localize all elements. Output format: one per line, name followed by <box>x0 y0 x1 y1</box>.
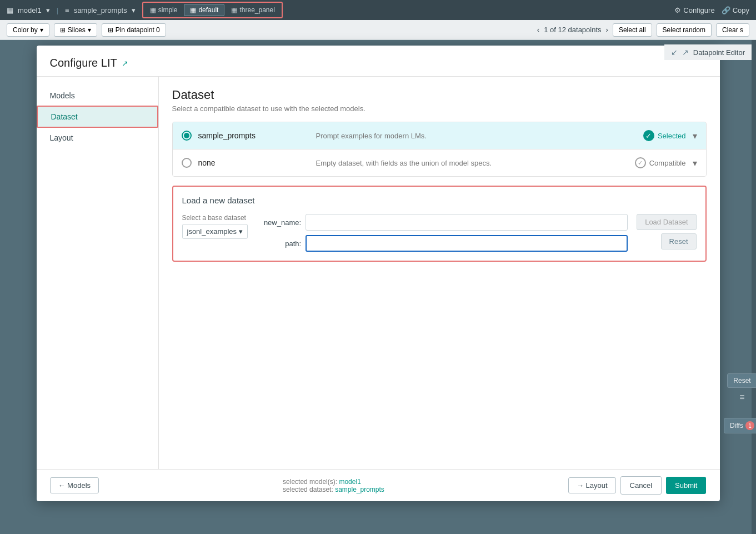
cancel-button[interactable]: Cancel <box>620 476 662 495</box>
minimize-icon[interactable]: ↙ <box>671 48 678 57</box>
tab-default[interactable]: ▦ default <box>184 4 224 16</box>
next-icon[interactable]: › <box>606 26 608 34</box>
field-label-newname: new_name: <box>257 218 301 227</box>
tab-simple[interactable]: ▦ simple <box>144 4 183 16</box>
main-area: ↙ ↗ Datapoint Editor Configure LIT ↗ Mod… <box>0 40 756 534</box>
dropdown-arrow-icon: ▾ <box>239 227 243 236</box>
modal-header: Configure LIT ↗ <box>37 46 720 77</box>
gear-icon: ⚙ <box>674 6 681 14</box>
pin-label: Pin datapoint 0 <box>116 26 160 34</box>
sidebar-item-dataset[interactable]: Dataset <box>37 106 158 128</box>
fields-col: new_name: path: <box>257 214 628 252</box>
base-dataset-value: jsonl_examples <box>187 227 237 236</box>
field-row-newname: new_name: <box>257 214 628 231</box>
second-bar: Color by ▾ ⊞ Slices ▾ ⊞ Pin datapoint 0 … <box>0 20 756 40</box>
prev-models-button[interactable]: ← Models <box>50 477 99 493</box>
path-input[interactable] <box>306 235 628 252</box>
sidebar-item-models[interactable]: Models <box>37 86 158 106</box>
slices-button[interactable]: ⊞ Slices ▾ <box>54 23 97 37</box>
grid-icon-sm: ▦ <box>150 6 156 14</box>
color-dropdown-icon: ▾ <box>40 26 43 34</box>
configure-modal: Configure LIT ↗ Models Dataset Layout <box>37 46 720 501</box>
next-layout-button[interactable]: → Layout <box>568 477 616 493</box>
slices-dropdown-icon: ▾ <box>88 26 91 34</box>
dataset-desc-sample-prompts: Prompt examples for modern LMs. <box>316 132 637 140</box>
tab-simple-label: simple <box>158 6 178 14</box>
hamburger-menu[interactable]: ≡ <box>739 392 744 402</box>
list-icon: ≡ <box>65 6 69 14</box>
separator: | <box>57 6 58 14</box>
check-icon: ✓ <box>643 130 654 141</box>
radio-none[interactable] <box>182 158 192 168</box>
base-dataset-select[interactable]: jsonl_examples ▾ <box>182 224 248 239</box>
dataset-name-none: none <box>198 158 309 167</box>
expand-row2-icon[interactable]: ▾ <box>693 158 697 168</box>
configure-link[interactable]: ⚙ Configure <box>674 6 714 14</box>
right-panel-controls: Reset ≡ Diffs 1 <box>728 40 756 433</box>
selected-dataset-label: selected dataset: <box>283 486 333 493</box>
model-dropdown-icon[interactable]: ▾ <box>46 6 50 14</box>
datapoint-editor-label: Datapoint Editor <box>693 48 745 57</box>
field-row-path: path: <box>257 235 628 252</box>
footer-info: selected model(s): model1 selected datas… <box>283 478 384 493</box>
select-all-button[interactable]: Select all <box>613 23 652 37</box>
prompts-label[interactable]: sample_prompts <box>74 6 127 14</box>
dataset-desc-none: Empty dataset, with fields as the union … <box>316 159 628 167</box>
status-badge-selected: ✓ Selected <box>643 130 686 141</box>
field-label-path: path: <box>257 239 301 248</box>
action-col: Load Dataset Reset <box>637 214 696 249</box>
slices-icon: ⊞ <box>60 26 66 34</box>
submit-button[interactable]: Submit <box>666 477 706 494</box>
grid-icon-sm3: ▦ <box>231 6 237 14</box>
compatible-label: Compatible <box>649 159 686 167</box>
base-dataset-col: Select a base dataset jsonl_examples ▾ <box>182 214 248 239</box>
sidebar-item-layout[interactable]: Layout <box>37 128 158 148</box>
datapoint-editor-panel: ↙ ↗ Datapoint Editor <box>664 44 752 60</box>
modal-overlay: Configure LIT ↗ Models Dataset Layout <box>0 40 756 534</box>
pin-icon: ⊞ <box>108 26 113 34</box>
selected-dataset-link[interactable]: sample_prompts <box>335 486 384 493</box>
section-header: Dataset Select a compatible dataset to u… <box>172 88 707 113</box>
model-label[interactable]: model1 <box>18 6 42 14</box>
external-link-icon[interactable]: ↗ <box>122 59 128 68</box>
modal-sidebar: Models Dataset Layout <box>37 77 159 469</box>
diffs-badge: 1 <box>745 421 754 430</box>
expand-icon[interactable]: ↗ <box>682 48 689 57</box>
dataset-name-sample-prompts: sample_prompts <box>198 131 309 140</box>
spacer <box>172 271 707 458</box>
link-icon: 🔗 <box>722 6 730 14</box>
footer-actions: → Layout Cancel Submit <box>568 476 707 495</box>
reset-right-button[interactable]: Reset <box>727 373 756 388</box>
selected-label: Selected <box>658 132 686 140</box>
tab-default-label: default <box>198 6 218 14</box>
reset-load-button[interactable]: Reset <box>661 233 697 249</box>
top-bar: ▦ model1 ▾ | ≡ sample_prompts ▾ ▦ simple… <box>0 0 756 20</box>
dataset-row-sample-prompts[interactable]: sample_prompts Prompt examples for moder… <box>173 122 706 149</box>
select-random-button[interactable]: Select random <box>657 23 712 37</box>
load-dataset-title: Load a new dataset <box>182 196 697 205</box>
selected-models-label: selected model(s): <box>283 478 337 486</box>
base-dataset-label: Select a base dataset <box>182 214 248 222</box>
diffs-button[interactable]: Diffs 1 <box>724 418 756 433</box>
selected-models-link[interactable]: model1 <box>339 478 361 486</box>
dataset-row-none[interactable]: none Empty dataset, with fields as the u… <box>173 149 706 176</box>
load-dataset-button[interactable]: Load Dataset <box>637 214 696 230</box>
color-by-button[interactable]: Color by ▾ <box>7 23 49 37</box>
new-name-input[interactable] <box>306 214 628 231</box>
expand-row1-icon[interactable]: ▾ <box>693 131 697 141</box>
load-dataset-section: Load a new dataset Select a base dataset… <box>172 186 707 262</box>
modal-title: Configure LIT <box>50 57 117 69</box>
copy-link[interactable]: 🔗 Copy <box>722 6 749 14</box>
section-subtitle: Select a compatible dataset to use with … <box>172 104 707 113</box>
nav-btns: ← Models <box>50 477 99 493</box>
tab-three-panel[interactable]: ▦ three_panel <box>226 4 280 16</box>
grid-icon-sm2: ▦ <box>190 6 196 14</box>
copy-label: Copy <box>733 6 749 14</box>
prompts-dropdown-icon[interactable]: ▾ <box>132 6 136 14</box>
pin-datapoint-button[interactable]: ⊞ Pin datapoint 0 <box>102 23 166 37</box>
radio-sample-prompts[interactable] <box>182 131 192 141</box>
prev-icon[interactable]: ‹ <box>537 26 539 34</box>
clear-button[interactable]: Clear s <box>716 23 749 37</box>
configure-label: Configure <box>683 6 714 14</box>
top-bar-right: ⚙ Configure 🔗 Copy <box>674 6 749 14</box>
